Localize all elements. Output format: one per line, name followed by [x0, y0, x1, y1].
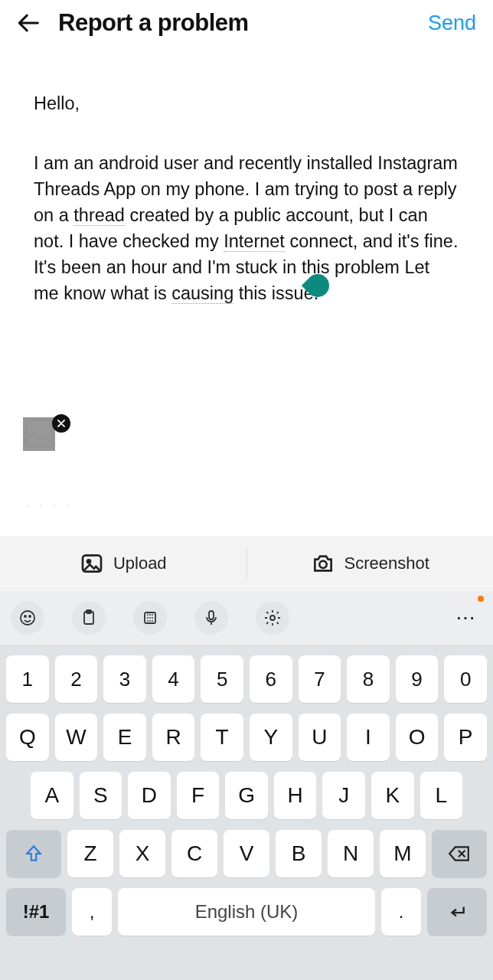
- key-symbols[interactable]: !#1: [6, 888, 66, 936]
- emoji-icon: [18, 609, 37, 627]
- image-thumbnail: [23, 417, 55, 451]
- key-w[interactable]: W: [55, 714, 98, 761]
- body-paragraph: I am an android user and recently instal…: [34, 150, 459, 306]
- svg-rect-10: [209, 611, 214, 619]
- key-i[interactable]: I: [347, 714, 390, 761]
- key-row-space: !#1 , English (UK) .: [6, 888, 487, 936]
- key-t[interactable]: T: [201, 714, 243, 761]
- back-button[interactable]: [14, 8, 44, 38]
- key-8[interactable]: 8: [347, 655, 390, 703]
- key-s[interactable]: S: [80, 772, 122, 819]
- spellcheck-word: thread: [73, 205, 125, 226]
- key-q[interactable]: Q: [6, 714, 49, 761]
- svg-point-2: [87, 560, 90, 563]
- key-g[interactable]: G: [225, 772, 268, 819]
- attachment-actionbar: Upload Screenshot: [0, 536, 493, 591]
- key-h[interactable]: H: [274, 772, 317, 819]
- key-4[interactable]: 4: [152, 655, 195, 703]
- keyboard-settings-button[interactable]: [256, 601, 289, 635]
- key-a[interactable]: A: [31, 772, 73, 819]
- key-z[interactable]: Z: [67, 830, 113, 877]
- key-period[interactable]: .: [381, 888, 421, 936]
- key-x[interactable]: X: [119, 830, 165, 877]
- camera-icon: [311, 551, 335, 576]
- key-r[interactable]: R: [152, 714, 195, 761]
- svg-point-11: [270, 616, 275, 620]
- key-7[interactable]: 7: [299, 655, 341, 703]
- key-1[interactable]: 1: [6, 655, 49, 703]
- key-row-top: Q W E R T Y U I O P: [6, 714, 487, 761]
- attachment-thumbnail[interactable]: [23, 417, 55, 451]
- key-l[interactable]: L: [420, 772, 463, 819]
- microphone-icon: [202, 609, 220, 627]
- key-j[interactable]: J: [322, 772, 365, 819]
- key-backspace[interactable]: [432, 830, 487, 877]
- remove-attachment-button[interactable]: [52, 414, 70, 433]
- voice-input-button[interactable]: [194, 601, 228, 635]
- grid-icon: [141, 609, 159, 627]
- key-6[interactable]: 6: [250, 655, 292, 703]
- key-o[interactable]: O: [396, 714, 439, 761]
- page-title: Report a problem: [58, 9, 414, 37]
- svg-point-6: [29, 616, 31, 617]
- key-2[interactable]: 2: [55, 655, 98, 703]
- key-shift[interactable]: [6, 830, 61, 877]
- upload-label: Upload: [113, 554, 167, 573]
- key-row-numbers: 1 2 3 4 5 6 7 8 9 0: [6, 655, 487, 703]
- key-y[interactable]: Y: [250, 714, 292, 761]
- svg-rect-0: [26, 420, 53, 447]
- grid-button[interactable]: [133, 601, 167, 635]
- svg-point-3: [319, 561, 326, 568]
- spellcheck-word: Internet: [224, 231, 285, 252]
- settings-icon: [263, 609, 282, 627]
- soft-keyboard: 1 2 3 4 5 6 7 8 9 0 Q W E R T Y U I O P …: [0, 645, 493, 980]
- svg-point-5: [24, 616, 26, 617]
- key-0[interactable]: 0: [444, 655, 487, 703]
- enter-icon: [446, 902, 469, 922]
- svg-point-4: [21, 611, 34, 625]
- key-p[interactable]: P: [444, 714, 487, 761]
- key-3[interactable]: 3: [103, 655, 146, 703]
- key-b[interactable]: B: [276, 830, 322, 877]
- key-n[interactable]: N: [328, 830, 374, 877]
- key-f[interactable]: F: [177, 772, 220, 819]
- clipboard-icon: [80, 609, 98, 627]
- screenshot-button[interactable]: Screenshot: [247, 551, 494, 576]
- key-v[interactable]: V: [224, 830, 269, 877]
- clipboard-button[interactable]: [72, 601, 106, 635]
- report-textarea[interactable]: Hello, I am an android user and recently…: [0, 44, 493, 306]
- key-k[interactable]: K: [371, 772, 414, 819]
- spellcheck-word: causing: [171, 283, 233, 304]
- keyboard-toolbar: ⋯: [0, 591, 493, 645]
- screenshot-label: Screenshot: [344, 554, 429, 573]
- backspace-icon: [448, 844, 471, 863]
- arrow-left-icon: [16, 10, 42, 36]
- key-enter[interactable]: [427, 888, 487, 936]
- image-icon: [80, 551, 104, 576]
- key-5[interactable]: 5: [201, 655, 243, 703]
- key-space[interactable]: English (UK): [118, 888, 375, 936]
- attachment-pager-dots: · · · ·: [26, 501, 73, 510]
- emoji-button[interactable]: [11, 601, 44, 635]
- key-c[interactable]: C: [171, 830, 217, 877]
- shift-icon: [24, 844, 44, 864]
- header: Report a problem Send: [0, 0, 493, 44]
- greeting-text: Hello,: [34, 90, 459, 116]
- more-button[interactable]: ⋯: [451, 606, 482, 630]
- key-row-bottom: Z X C V B N M: [6, 830, 487, 877]
- close-icon: [56, 418, 67, 429]
- key-9[interactable]: 9: [396, 655, 439, 703]
- key-row-mid: A S D F G H J K L: [6, 772, 487, 819]
- notification-dot: [478, 596, 484, 602]
- key-u[interactable]: U: [299, 714, 341, 761]
- key-m[interactable]: M: [380, 830, 426, 877]
- key-comma[interactable]: ,: [72, 888, 112, 936]
- send-button[interactable]: Send: [428, 11, 479, 35]
- key-e[interactable]: E: [103, 714, 146, 761]
- key-d[interactable]: D: [128, 772, 171, 819]
- upload-button[interactable]: Upload: [0, 551, 246, 576]
